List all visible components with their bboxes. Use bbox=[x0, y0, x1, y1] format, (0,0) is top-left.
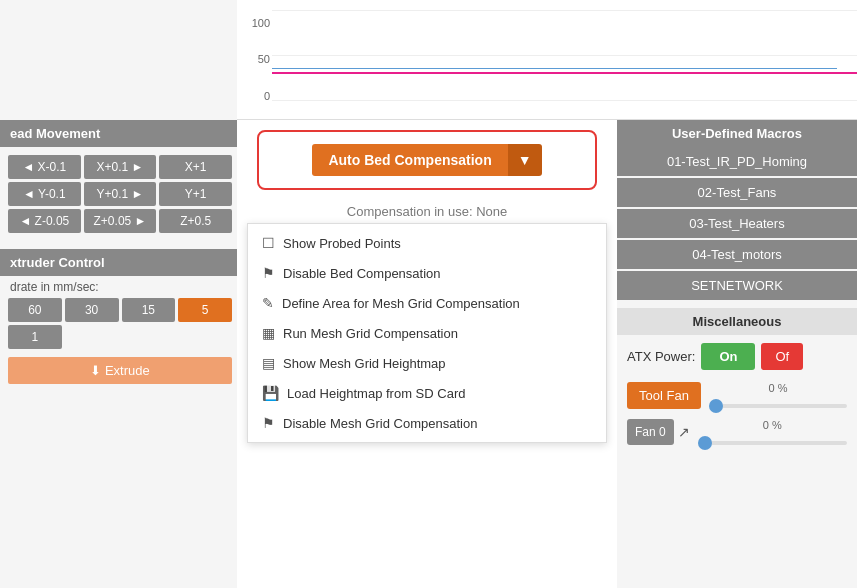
rate-60-btn[interactable]: 60 bbox=[8, 298, 62, 322]
macro-03[interactable]: 03-Test_Heaters bbox=[617, 209, 857, 238]
atx-power-row: ATX Power: On Of bbox=[617, 335, 857, 378]
chart-gridline-50 bbox=[272, 55, 857, 56]
y-plus-1-btn[interactable]: Y+1 bbox=[159, 182, 232, 206]
center-panel: Auto Bed Compensation ▼ Compensation in … bbox=[237, 120, 617, 588]
x-plus-1-btn[interactable]: X+1 bbox=[159, 155, 232, 179]
disable-bed-label: Disable Bed Compensation bbox=[283, 266, 441, 281]
atx-on-button[interactable]: On bbox=[701, 343, 755, 370]
auto-bed-container: Auto Bed Compensation ▼ bbox=[257, 130, 597, 190]
rate-30-btn[interactable]: 30 bbox=[65, 298, 119, 322]
rate-15-btn[interactable]: 15 bbox=[122, 298, 176, 322]
dropdown-run-mesh[interactable]: ▦ Run Mesh Grid Compensation bbox=[248, 318, 606, 348]
rate-label: drate in mm/sec: bbox=[0, 276, 240, 298]
rate-5-btn[interactable]: 5 bbox=[178, 298, 232, 322]
load-heightmap-icon: 💾 bbox=[262, 385, 279, 401]
dropdown-show-probed[interactable]: ☐ Show Probed Points bbox=[248, 228, 606, 258]
extruder-section: xtruder Control drate in mm/sec: 60 30 1… bbox=[0, 249, 240, 384]
macro-01[interactable]: 01-Test_IR_PD_Homing bbox=[617, 147, 857, 176]
macros-header: User-Defined Macros bbox=[617, 120, 857, 147]
y-minus-btn[interactable]: ◄ Y-0.1 bbox=[8, 182, 81, 206]
chart-y-labels: 100 50 0 bbox=[237, 0, 272, 119]
macro-02[interactable]: 02-Test_Fans bbox=[617, 178, 857, 207]
x-plus-01-btn[interactable]: X+0.1 ► bbox=[84, 155, 157, 179]
chart-data-line-blue bbox=[272, 68, 837, 69]
fan0-slider-area: 0 % bbox=[698, 419, 847, 448]
fan0-percent: 0 % bbox=[698, 419, 847, 431]
fan0-row: Fan 0 ↗ 0 % bbox=[617, 415, 857, 452]
fan0-label-area: Fan 0 ↗ bbox=[627, 419, 690, 445]
misc-header: Miscellaneous bbox=[617, 308, 857, 335]
atx-off-button[interactable]: Of bbox=[761, 343, 803, 370]
x-minus-btn[interactable]: ◄ X-0.1 bbox=[8, 155, 81, 179]
macro-04[interactable]: 04-Test_motors bbox=[617, 240, 857, 269]
head-movement-header: ead Movement bbox=[0, 120, 240, 147]
atx-power-label: ATX Power: bbox=[627, 349, 695, 364]
right-panel: User-Defined Macros 01-Test_IR_PD_Homing… bbox=[617, 120, 857, 588]
chart-canvas bbox=[272, 0, 857, 119]
extruder-header: xtruder Control bbox=[0, 249, 240, 276]
load-heightmap-label: Load Heightmap from SD Card bbox=[287, 386, 465, 401]
chart-area: 100 50 0 bbox=[237, 0, 857, 120]
dropdown-load-heightmap[interactable]: 💾 Load Heightmap from SD Card bbox=[248, 378, 606, 408]
z-plus-005-btn[interactable]: Z+0.05 ► bbox=[84, 209, 157, 233]
show-mesh-icon: ▤ bbox=[262, 355, 275, 371]
macro-setnetwork[interactable]: SETNETWORK bbox=[617, 271, 857, 300]
left-panel: ead Movement ◄ X-0.1 X+0.1 ► X+1 ◄ Y-0.1… bbox=[0, 120, 240, 588]
dropdown-define-area[interactable]: ✎ Define Area for Mesh Grid Compensation bbox=[248, 288, 606, 318]
movement-grid: ◄ X-0.1 X+0.1 ► X+1 ◄ Y-0.1 Y+0.1 ► Y+1 … bbox=[0, 147, 240, 241]
auto-bed-button[interactable]: Auto Bed Compensation bbox=[312, 144, 507, 176]
show-probed-label: Show Probed Points bbox=[283, 236, 401, 251]
y-plus-01-btn[interactable]: Y+0.1 ► bbox=[84, 182, 157, 206]
tool-fan-button[interactable]: Tool Fan bbox=[627, 382, 701, 409]
chart-data-line-pink bbox=[272, 72, 857, 74]
extrude-button[interactable]: ⬇ Extrude bbox=[8, 357, 232, 384]
z-minus-btn[interactable]: ◄ Z-0.05 bbox=[8, 209, 81, 233]
compensation-text: Compensation in use: None bbox=[237, 200, 617, 223]
dropdown-menu: ☐ Show Probed Points ⚑ Disable Bed Compe… bbox=[247, 223, 607, 443]
run-mesh-label: Run Mesh Grid Compensation bbox=[283, 326, 458, 341]
fan0-arrow-icon[interactable]: ↗ bbox=[678, 424, 690, 440]
show-probed-icon: ☐ bbox=[262, 235, 275, 251]
fan0-slider[interactable] bbox=[698, 441, 847, 445]
rate-grid: 60 30 15 5 1 bbox=[0, 298, 240, 357]
auto-bed-caret-button[interactable]: ▼ bbox=[508, 144, 542, 176]
rate-1-btn[interactable]: 1 bbox=[8, 325, 62, 349]
tool-fan-row: Tool Fan 0 % bbox=[617, 378, 857, 415]
run-mesh-icon: ▦ bbox=[262, 325, 275, 341]
chart-gridline-0 bbox=[272, 100, 857, 101]
fan0-button[interactable]: Fan 0 bbox=[627, 419, 674, 445]
dropdown-disable-bed[interactable]: ⚑ Disable Bed Compensation bbox=[248, 258, 606, 288]
show-mesh-label: Show Mesh Grid Heightmap bbox=[283, 356, 446, 371]
dropdown-disable-mesh[interactable]: ⚑ Disable Mesh Grid Compensation bbox=[248, 408, 606, 438]
dropdown-show-mesh[interactable]: ▤ Show Mesh Grid Heightmap bbox=[248, 348, 606, 378]
chart-label-0: 0 bbox=[239, 90, 270, 102]
disable-mesh-label: Disable Mesh Grid Compensation bbox=[283, 416, 477, 431]
z-plus-05-btn[interactable]: Z+0.5 bbox=[159, 209, 232, 233]
chart-label-100: 100 bbox=[239, 17, 270, 29]
tool-fan-slider[interactable] bbox=[709, 404, 847, 408]
chart-gridline-100 bbox=[272, 10, 857, 11]
tool-fan-slider-area: 0 % bbox=[709, 382, 847, 411]
define-area-icon: ✎ bbox=[262, 295, 274, 311]
disable-mesh-icon: ⚑ bbox=[262, 415, 275, 431]
tool-fan-percent: 0 % bbox=[709, 382, 847, 394]
disable-bed-icon: ⚑ bbox=[262, 265, 275, 281]
define-area-label: Define Area for Mesh Grid Compensation bbox=[282, 296, 520, 311]
chart-label-50: 50 bbox=[239, 53, 270, 65]
